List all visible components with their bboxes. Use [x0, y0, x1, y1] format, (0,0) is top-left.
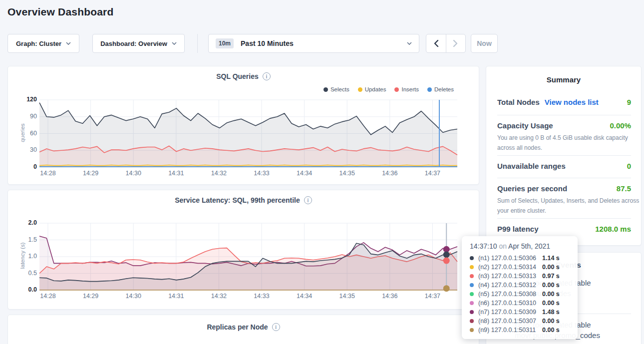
tooltip-node-value: 0.00 s: [542, 318, 560, 325]
series-dot-icon: [323, 87, 328, 92]
tooltip-node-row: (n8) 127.0.0.1:503070.00 s: [470, 317, 571, 326]
info-icon[interactable]: i: [304, 196, 312, 204]
summary-row-total-nodes: Total Nodes View nodes list 9: [497, 98, 631, 106]
tooltip-node-value: 0.00 s: [542, 327, 560, 334]
tooltip-node-row: (n7) 127.0.0.1:503091.48 s: [470, 308, 571, 317]
graph-scope-label: Graph: Cluster: [16, 40, 61, 47]
replicas-per-node-chart-card: Replicas per Node i: [7, 315, 479, 344]
x-axis-tick: 14:36: [379, 170, 401, 177]
tooltip-node-row: (n4) 127.0.0.1:503120.00 s: [470, 281, 571, 290]
divider: [497, 178, 631, 178]
sql-queries-plot[interactable]: [39, 100, 457, 167]
y-axis-tick: 0: [15, 163, 37, 170]
tooltip-node-value: 0.00 s: [542, 282, 560, 289]
summary-desc: Sum of Selects, Updates, Inserts, and De…: [497, 196, 633, 216]
tooltip-node-row: (n5) 127.0.0.1:503080.00 s: [470, 290, 571, 299]
tooltip-node-value: 0.97 s: [542, 273, 560, 280]
time-range-label: Past 10 Minutes: [241, 39, 294, 47]
y-axis-tick: 60: [15, 130, 37, 137]
graph-scope-dropdown[interactable]: Graph: Cluster: [7, 34, 79, 53]
x-axis-tick: 14:28: [37, 293, 59, 300]
tooltip-node-value: 0.00 s: [542, 291, 560, 298]
summary-value: 0: [627, 162, 631, 170]
service-latency-chart-card: Service Latency: SQL, 99th percentile i …: [7, 190, 479, 310]
series-dot-icon: [470, 274, 474, 278]
tooltip-node-value: 1.14 s: [542, 255, 560, 262]
x-axis-tick: 14:34: [294, 170, 316, 177]
summary-value: 0.00%: [610, 121, 631, 130]
series-dot-icon: [427, 87, 432, 92]
summary-title: Summary: [486, 75, 641, 84]
tooltip-node-row: (n1) 127.0.0.1:503061.14 s: [470, 254, 571, 263]
x-axis-tick: 14:37: [421, 170, 443, 177]
tooltip-node-value: 0.00 s: [542, 300, 560, 307]
overview-dashboard-page: Overview Dashboard Graph: Cluster Dashbo…: [0, 0, 644, 344]
chevron-down-icon: [407, 42, 412, 45]
summary-panel: Summary Total Nodes View nodes list 9 Ca…: [486, 66, 642, 246]
summary-label: Capacity Usage: [497, 121, 553, 130]
x-axis-tick: 14:30: [122, 293, 144, 300]
time-next-button[interactable]: [446, 34, 466, 52]
x-axis-tick: 14:32: [208, 170, 230, 177]
y-axis-tick: 0.0: [15, 286, 37, 293]
summary-row-unavailable: Unavailable ranges 0: [497, 162, 631, 170]
time-nav-group: [426, 34, 466, 53]
tooltip-node-value: 1.48 s: [542, 309, 560, 316]
chevron-down-icon: [172, 42, 177, 45]
series-dot-icon: [470, 319, 474, 323]
summary-label: P99 latency: [497, 225, 539, 233]
summary-row-capacity: Capacity Usage 0.00%: [497, 121, 631, 130]
summary-label: Total Nodes: [497, 98, 540, 106]
chart-title: Service Latency: SQL, 99th percentile: [175, 196, 300, 204]
x-axis-tick: 14:36: [379, 293, 401, 300]
tooltip-node-row: (n6) 127.0.0.1:503100.00 s: [470, 299, 571, 308]
series-dot-icon: [470, 265, 474, 269]
x-axis-tick: 14:31: [165, 293, 187, 300]
legend-label: Inserts: [401, 86, 419, 92]
summary-value: 87.5: [617, 184, 631, 193]
view-nodes-list-link[interactable]: View nodes list: [545, 98, 599, 106]
summary-row-p99: P99 latency 1208.0 ms: [497, 225, 631, 233]
chart-title: Replicas per Node: [207, 323, 268, 331]
dashboard-dropdown[interactable]: Dashboard: Overview: [92, 34, 185, 53]
info-icon[interactable]: i: [272, 323, 280, 331]
tooltip-node-label: (n1) 127.0.0.1:50306: [478, 255, 542, 262]
tooltip-node-row: (n2) 127.0.0.1:503140.00 s: [470, 263, 571, 272]
y-axis-tick: 1.0: [15, 253, 37, 260]
service-latency-plot[interactable]: [39, 223, 457, 290]
y-axis-tick: 2.0: [15, 219, 37, 226]
series-dot-icon: [470, 301, 474, 305]
tooltip-node-row: (n3) 127.0.0.1:503130.97 s: [470, 272, 571, 281]
chart-hover-tooltip: 14:37:10 on Apr 5th, 2021 (n1) 127.0.0.1…: [462, 236, 578, 339]
legend-item-deletes[interactable]: Deletes: [427, 86, 454, 92]
divider: [497, 155, 631, 156]
legend-item-updates[interactable]: Updates: [358, 86, 386, 92]
tooltip-node-label: (n9) 127.0.0.1:50311: [478, 327, 542, 334]
summary-label: Unavailable ranges: [497, 162, 566, 170]
now-button[interactable]: Now: [471, 34, 498, 53]
chevron-left-icon: [433, 39, 439, 47]
info-icon[interactable]: i: [263, 72, 271, 80]
chevron-down-icon: [66, 42, 71, 45]
time-range-dropdown[interactable]: 10m Past 10 Minutes: [208, 34, 419, 53]
page-title: Overview Dashboard: [7, 6, 114, 18]
hover-point-dot: [443, 251, 450, 258]
legend-item-selects[interactable]: Selects: [323, 86, 349, 92]
x-axis-tick: 14:29: [80, 170, 102, 177]
x-axis-tick: 14:32: [208, 293, 230, 300]
summary-value: 1208.0 ms: [595, 225, 631, 233]
tooltip-node-label: (n3) 127.0.0.1:50313: [478, 273, 542, 280]
series-dot-icon: [470, 292, 474, 296]
time-prev-button[interactable]: [426, 34, 446, 52]
tooltip-node-value: 0.00 s: [542, 264, 560, 271]
summary-label: Queries per second: [497, 184, 567, 193]
x-axis-tick: 14:31: [165, 170, 187, 177]
toolbar-divider: [197, 34, 198, 53]
x-axis-tick: 14:34: [294, 293, 316, 300]
legend-label: Deletes: [434, 86, 454, 92]
x-axis-tick: 14:30: [122, 170, 144, 177]
legend-item-inserts[interactable]: Inserts: [394, 86, 419, 92]
tooltip-node-label: (n7) 127.0.0.1:50309: [478, 309, 542, 316]
legend-label: Updates: [365, 86, 386, 92]
divider: [497, 218, 631, 219]
